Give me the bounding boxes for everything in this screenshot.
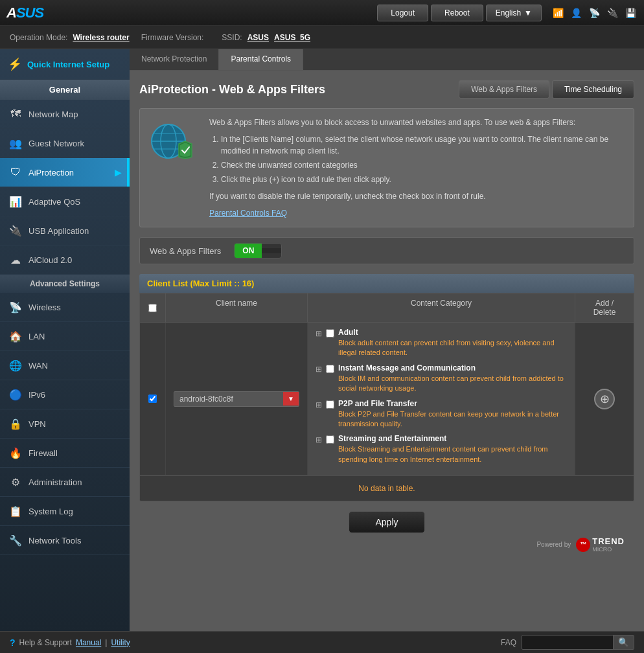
tab-network-protection[interactable]: Network Protection [130, 49, 219, 70]
p2p-category-name: P2P and File Transfer [338, 399, 567, 408]
p2p-checkbox[interactable] [326, 400, 334, 409]
toggle-off[interactable] [262, 248, 281, 253]
expand-p2p-icon[interactable]: ⊞ [316, 400, 322, 430]
th-add-delete: Add / Delete [575, 293, 634, 322]
sidebar-item-aiprotection[interactable]: 🛡 AiProtection ▶ [0, 158, 130, 187]
faq-search-button[interactable]: 🔍 [613, 636, 634, 649]
top-buttons: Logout Reboot English ▼ 📶 👤 📡 🔌 💾 [377, 5, 638, 21]
sidebar-item-adaptive-qos[interactable]: 📊 Adaptive QoS [0, 187, 130, 216]
toggle-on[interactable]: ON [235, 244, 262, 258]
sidebar-item-label: Adaptive QoS [29, 197, 80, 207]
user-icon: 👤 [569, 6, 583, 20]
expand-im-icon[interactable]: ⊞ [316, 365, 322, 394]
ssid-value2: ASUS_5G [274, 33, 310, 42]
faq-search: 🔍 [522, 635, 634, 650]
add-rule-button[interactable]: ⊕ [594, 389, 615, 409]
wireless-icon: 📡 [8, 299, 23, 315]
parental-controls-faq-link[interactable]: Parental Controls FAQ [209, 209, 287, 218]
asus-logo: ASUS [6, 5, 43, 21]
aiprotection-icon: 🛡 [8, 165, 23, 180]
vpn-icon: 🔒 [8, 416, 23, 431]
sidebar-item-label: WAN [29, 361, 48, 371]
active-indicator: ▶ [115, 167, 122, 178]
sidebar-item-usb-application[interactable]: 🔌 USB Application [0, 216, 130, 246]
category-p2p: ⊞ P2P and File Transfer Block P2P and Fi… [316, 399, 567, 430]
status-icons: 📶 👤 📡 🔌 💾 [551, 6, 638, 20]
top-bar: ASUS Logout Reboot English ▼ 📶 👤 📡 🔌 💾 [0, 0, 644, 26]
sidebar-item-system-log[interactable]: 📋 System Log [0, 497, 130, 526]
th-content-category: Content Category [308, 293, 575, 322]
sidebar-item-wireless[interactable]: 📡 Wireless [0, 293, 130, 322]
client-list-table: Client name Content Category Add / Delet… [139, 293, 634, 501]
im-checkbox[interactable] [326, 365, 334, 373]
lan-icon: 🏠 [8, 328, 23, 344]
tab-parental-controls[interactable]: Parental Controls [219, 49, 303, 70]
streaming-checkbox[interactable] [326, 435, 334, 444]
time-scheduling-button[interactable]: Time Scheduling [552, 80, 634, 98]
sidebar-item-ipv6[interactable]: 🔵 IPv6 [0, 380, 130, 409]
help-support-label: Help & Support [19, 638, 72, 647]
utility-link[interactable]: Utility [111, 638, 130, 647]
network-map-icon: 🗺 [8, 106, 23, 122]
sidebar-item-network-map[interactable]: 🗺 Network Map [0, 100, 130, 129]
status-bar: Operation Mode: Wireless router Firmware… [0, 26, 644, 49]
description-steps: In the [Clients Name] column, select the… [221, 133, 626, 185]
client-dropdown[interactable]: ▼ [174, 391, 299, 407]
sidebar-item-label: Wireless [29, 303, 61, 312]
toggle-label: Web & Apps Filters [150, 246, 221, 256]
expand-streaming-icon[interactable]: ⊞ [316, 435, 322, 464]
firmware-label: Firmware Version: [141, 33, 204, 42]
expand-adult-icon[interactable]: ⊞ [316, 329, 322, 358]
globe-shield-icon [148, 117, 200, 168]
sidebar-item-aicloud[interactable]: ☁ AiCloud 2.0 [0, 246, 130, 275]
sidebar-item-administration[interactable]: ⚙ Administration [0, 468, 130, 497]
sidebar-item-lan[interactable]: 🏠 LAN [0, 322, 130, 351]
sidebar-item-firewall[interactable]: 🔥 Firewall [0, 439, 130, 468]
category-im: ⊞ Instant Message and Communication Bloc… [316, 363, 567, 394]
client-list-limit: 16) [242, 279, 255, 288]
trend-micro-name: TREND [592, 536, 625, 546]
help-icon: ? [10, 637, 16, 648]
quick-internet-setup[interactable]: ⚡ Quick Internet Setup [0, 49, 130, 80]
sidebar-item-label: USB Application [29, 226, 89, 236]
adult-checkbox[interactable] [326, 329, 334, 338]
sidebar-item-label: AiProtection [29, 168, 74, 178]
adaptive-qos-icon: 📊 [8, 194, 23, 209]
reboot-button[interactable]: Reboot [431, 5, 483, 21]
language-button[interactable]: English ▼ [486, 5, 542, 21]
sidebar-item-label: System Log [29, 507, 73, 516]
th-client-name: Client name [166, 293, 308, 322]
router-icon: 📡 [587, 6, 601, 20]
page-title-row: AiProtection - Web & Apps Filters Web & … [139, 80, 634, 98]
sidebar-item-label: Network Map [29, 109, 78, 119]
separator: | [105, 638, 107, 647]
faq-search-input[interactable] [522, 637, 613, 648]
manual-link[interactable]: Manual [76, 638, 101, 647]
signal-icon: 📶 [551, 6, 565, 20]
web-apps-filter-button[interactable]: Web & Apps Filters [459, 80, 549, 98]
powered-by-label: Powered by [536, 541, 571, 548]
trend-micro-logo: ™ TREND MICRO [576, 536, 625, 553]
sidebar-item-label: VPN [29, 419, 46, 429]
table-header-row: Client name Content Category Add / Delet… [140, 293, 634, 323]
trend-micro-icon: ™ [576, 538, 590, 552]
row-checkbox[interactable] [148, 395, 157, 403]
page-title: AiProtection - Web & Apps Filters [139, 83, 325, 97]
sidebar-item-network-tools[interactable]: 🔧 Network Tools [0, 526, 130, 555]
adult-category-name: Adult [338, 328, 567, 337]
client-name-input[interactable] [174, 392, 283, 406]
client-list-header: Client List (Max Limit :: 16) [139, 274, 634, 293]
streaming-category-desc: Block Streaming and Entertainment conten… [338, 444, 567, 464]
sidebar-item-vpn[interactable]: 🔒 VPN [0, 409, 130, 439]
network-tools-icon: 🔧 [8, 533, 23, 548]
description-text: Web & Apps Filters allows you to block a… [209, 117, 626, 219]
th-checkbox [140, 293, 166, 322]
dropdown-arrow-icon[interactable]: ▼ [283, 392, 299, 406]
select-all-checkbox[interactable] [148, 304, 157, 312]
apply-button[interactable]: Apply [349, 511, 424, 533]
sidebar-item-wan[interactable]: 🌐 WAN [0, 351, 130, 380]
sidebar-item-guest-network[interactable]: 👥 Guest Network [0, 129, 130, 158]
toggle-row: Web & Apps Filters ON [139, 237, 634, 264]
logout-button[interactable]: Logout [377, 5, 428, 21]
web-apps-toggle[interactable]: ON [234, 243, 282, 258]
